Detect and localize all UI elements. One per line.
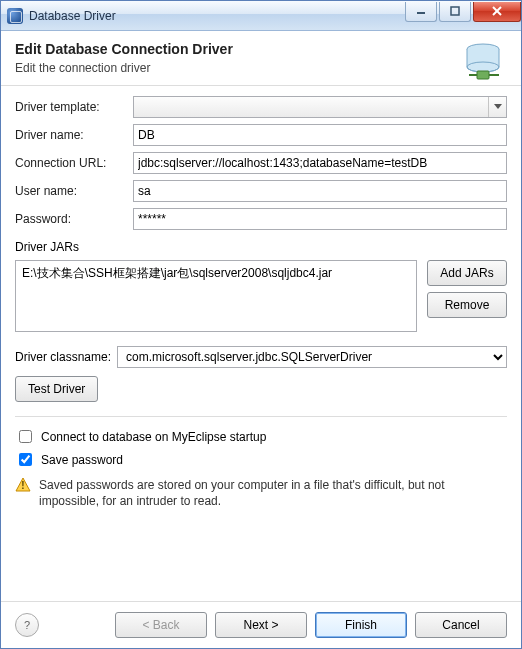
password-label: Password: (15, 212, 133, 226)
warning-text: Saved passwords are stored on your compu… (39, 477, 507, 509)
driver-name-label: Driver name: (15, 128, 133, 142)
chevron-down-icon (488, 97, 506, 117)
close-button[interactable] (473, 2, 521, 22)
svg-rect-6 (477, 71, 489, 79)
connect-on-startup-checkbox[interactable] (19, 430, 32, 443)
minimize-button[interactable] (405, 2, 437, 22)
svg-rect-1 (451, 7, 459, 15)
separator (15, 416, 507, 417)
driver-jars-list[interactable]: E:\技术集合\SSH框架搭建\jar包\sqlserver2008\sqljd… (15, 260, 417, 332)
connection-url-input[interactable] (133, 152, 507, 174)
page-title: Edit Database Connection Driver (15, 41, 507, 57)
next-button[interactable]: Next > (215, 612, 307, 638)
connect-on-startup-label: Connect to database on MyEclipse startup (41, 430, 266, 444)
connection-url-label: Connection URL: (15, 156, 133, 170)
driver-template-label: Driver template: (15, 100, 133, 114)
cancel-button[interactable]: Cancel (415, 612, 507, 638)
password-input[interactable] (133, 208, 507, 230)
driver-classname-select[interactable]: com.microsoft.sqlserver.jdbc.SQLServerDr… (117, 346, 507, 368)
driver-name-input[interactable] (133, 124, 507, 146)
window-title: Database Driver (29, 9, 403, 23)
user-name-input[interactable] (133, 180, 507, 202)
user-name-label: User name: (15, 184, 133, 198)
driver-classname-label: Driver classname: (15, 350, 111, 364)
app-icon (7, 8, 23, 24)
svg-marker-9 (494, 104, 502, 109)
maximize-button[interactable] (439, 2, 471, 22)
page-subtitle: Edit the connection driver (15, 61, 507, 75)
driver-jars-label: Driver JARs (15, 240, 507, 254)
remove-jar-button[interactable]: Remove (427, 292, 507, 318)
warning-icon: ! (15, 477, 31, 493)
test-driver-button[interactable]: Test Driver (15, 376, 98, 402)
svg-text:?: ? (24, 619, 30, 631)
svg-text:!: ! (21, 480, 24, 491)
save-password-checkbox[interactable] (19, 453, 32, 466)
database-driver-icon (459, 41, 507, 89)
finish-button[interactable]: Finish (315, 612, 407, 638)
save-password-label: Save password (41, 453, 123, 467)
jar-item[interactable]: E:\技术集合\SSH框架搭建\jar包\sqlserver2008\sqljd… (22, 265, 410, 282)
driver-template-combo[interactable] (133, 96, 507, 118)
add-jars-button[interactable]: Add JARs (427, 260, 507, 286)
back-button[interactable]: < Back (115, 612, 207, 638)
help-button[interactable]: ? (15, 613, 39, 637)
